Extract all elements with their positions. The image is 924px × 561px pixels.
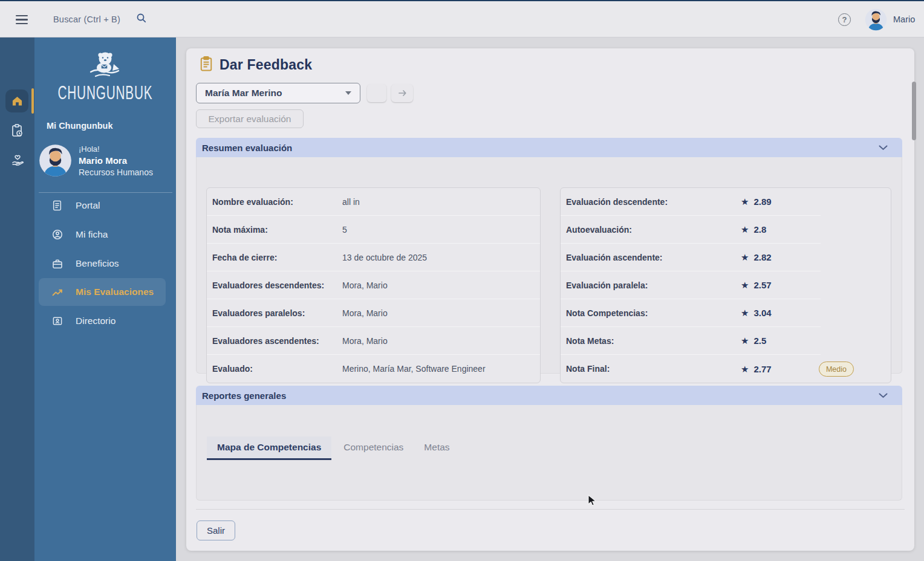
vertical-scrollbar-thumb[interactable] — [912, 82, 916, 140]
summary-panel-header[interactable]: Resumen evaluación — [196, 138, 902, 157]
sidebar-divider — [39, 192, 172, 193]
score-value: 2.8 — [753, 224, 766, 235]
table-row: Evaluadores ascendentes: Mora, Mario — [207, 327, 540, 355]
footer-divider — [196, 509, 905, 510]
profile-name: Mario Mora — [79, 155, 153, 166]
topbar: Buscar (Ctrl + B) ? Mario — [0, 1, 924, 37]
page-title: Dar Feedback — [220, 57, 312, 73]
score-label: Nota Metas: — [561, 336, 614, 346]
evaluation-scores-table: Evaluación descendente: ★2.89 Autoevalua… — [560, 187, 891, 383]
export-evaluation-button[interactable]: Exportar evaluación — [196, 109, 304, 128]
score-value: 3.04 — [753, 308, 771, 318]
detail-label: Evaluado: — [207, 364, 253, 374]
trending-up-icon — [52, 287, 63, 297]
score-label: Evaluación ascendente: — [561, 253, 663, 262]
detail-label: Fecha de cierre: — [207, 253, 277, 262]
table-row: Evaluado: Merino, María Mar, Software En… — [207, 355, 540, 383]
chevron-down-icon[interactable] — [879, 393, 888, 398]
profile-avatar[interactable] — [39, 144, 72, 177]
reports-panel-title: Reportes generales — [202, 391, 879, 401]
search-placeholder: Buscar (Ctrl + B) — [53, 15, 120, 24]
detail-label: Evaluadores ascendentes: — [207, 336, 319, 346]
search-icon[interactable] — [136, 13, 147, 26]
report-tabs: Mapa de Competencias Competencias Metas — [207, 436, 464, 460]
sidebar-item-portal[interactable]: Portal — [39, 193, 166, 218]
detail-value: all in — [342, 197, 360, 207]
rail-clipboard-clock-icon[interactable] — [0, 123, 34, 138]
tab-competencias[interactable]: Competencias — [337, 436, 409, 460]
hamburger-menu-icon[interactable] — [16, 15, 28, 24]
reports-panel-body: Mapa de Competencias Competencias Metas — [196, 405, 902, 501]
score-label: Evaluación descendente: — [561, 197, 668, 207]
final-grade-badge: Medio — [819, 362, 854, 377]
detail-value: Mora, Mario — [342, 336, 388, 346]
sidebar-item-mi-ficha[interactable]: Mi ficha — [39, 222, 166, 247]
arrow-right-icon — [397, 88, 408, 98]
id-card-icon — [52, 316, 63, 326]
score-value: 2.82 — [753, 252, 771, 262]
icon-rail — [0, 37, 34, 561]
detail-label: Nota máxima: — [207, 225, 268, 235]
sidebar-item-label: Mi ficha — [76, 229, 108, 240]
chevron-down-icon — [345, 91, 351, 95]
sidebar-item-label: Directorio — [76, 316, 116, 326]
summary-panel-body: Nombre evaluación: all in Nota máxima: 5… — [196, 157, 902, 374]
detail-label: Nombre evaluación: — [207, 197, 293, 207]
evaluatee-select[interactable]: María Mar Merino — [196, 83, 360, 103]
star-icon: ★ — [741, 365, 749, 374]
star-icon: ★ — [741, 225, 749, 234]
main-content-card: Dar Feedback María Mar Merino Exportar e… — [186, 48, 914, 551]
star-icon: ★ — [741, 336, 749, 345]
evaluation-details-table: Nombre evaluación: all in Nota máxima: 5… — [206, 187, 541, 383]
rail-home-icon[interactable] — [5, 89, 28, 112]
evaluatee-select-value: María Mar Merino — [205, 88, 345, 99]
sidebar-item-label: Portal — [76, 200, 100, 211]
reports-panel: Reportes generales Mapa de Competencias … — [196, 386, 902, 501]
star-icon: ★ — [741, 308, 749, 317]
user-circle-icon — [52, 229, 63, 240]
help-icon[interactable]: ? — [838, 13, 851, 26]
detail-value: Merino, María Mar, Software Engineer — [342, 364, 486, 374]
detail-label: Evaluadores descendentes: — [207, 280, 324, 290]
score-label: Autoevaluación: — [561, 225, 632, 235]
sidebar-item-directorio[interactable]: Directorio — [39, 309, 166, 333]
detail-value: 5 — [342, 225, 347, 235]
star-icon: ★ — [741, 253, 749, 262]
chevron-down-icon[interactable] — [879, 145, 888, 151]
detail-label: Evaluadores paralelos: — [207, 308, 305, 318]
exit-button[interactable]: Salir — [197, 520, 235, 540]
star-icon: ★ — [741, 280, 749, 290]
table-row: Evaluadores descendentes: Mora, Mario — [207, 271, 540, 299]
score-label: Evaluación paralela: — [561, 280, 648, 290]
sidebar: CHUNGUNBUK Mi Chungunbuk ¡Hola! — [34, 37, 176, 561]
sidebar-item-label: Mis Evaluaciones — [76, 287, 154, 297]
previous-evaluatee-button[interactable] — [367, 84, 386, 102]
score-rows: Evaluación descendente: ★2.89 Autoevalua… — [561, 188, 821, 383]
sidebar-item-mis-evaluaciones[interactable]: Mis Evaluaciones — [39, 278, 166, 306]
tab-metas[interactable]: Metas — [418, 436, 455, 460]
table-row: Nota Final: ★2.77 — [561, 355, 821, 383]
table-row: Nombre evaluación: all in — [207, 188, 540, 216]
score-value: 2.89 — [753, 196, 771, 207]
page-title-row: Dar Feedback — [200, 56, 312, 74]
topbar-username[interactable]: Mario — [893, 1, 915, 37]
tab-mapa-de-competencias[interactable]: Mapa de Competencias — [207, 436, 331, 460]
score-label: Nota Final: — [561, 364, 610, 374]
sidebar-item-beneficios[interactable]: Beneficios — [39, 251, 166, 276]
next-evaluatee-button[interactable] — [391, 84, 413, 102]
summary-panel-title: Resumen evaluación — [202, 143, 879, 153]
reports-panel-header[interactable]: Reportes generales — [196, 386, 902, 405]
avatar[interactable] — [865, 8, 887, 31]
rail-active-indicator — [31, 88, 34, 114]
sidebar-section-label: Mi Chungunbuk — [47, 121, 113, 131]
score-value: 2.57 — [753, 280, 771, 290]
sidebar-item-label: Beneficios — [76, 258, 119, 269]
rail-hand-heart-icon[interactable] — [0, 154, 34, 168]
search-input[interactable]: Buscar (Ctrl + B) — [53, 8, 147, 30]
score-label: Nota Competencias: — [561, 308, 648, 318]
profile-greeting: ¡Hola! — [79, 144, 153, 154]
app-screen: Buscar (Ctrl + B) ? Mario — [0, 0, 924, 561]
table-row: Autoevaluación: ★2.8 — [561, 216, 821, 244]
table-row: Nota Competencias: ★3.04 — [561, 299, 821, 327]
profile-role: Recursos Humanos — [79, 167, 153, 177]
